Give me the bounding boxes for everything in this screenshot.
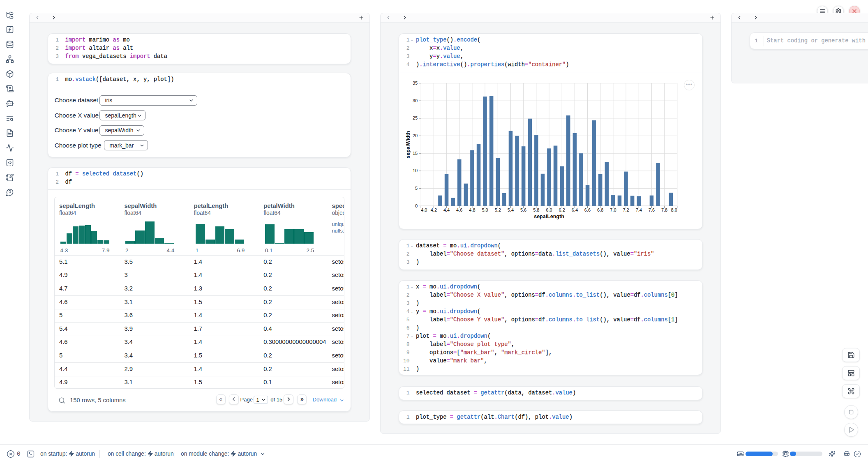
- svg-text:15: 15: [412, 151, 417, 156]
- svg-text:4.0: 4.0: [421, 207, 427, 212]
- svg-text:4.6: 4.6: [456, 207, 462, 212]
- svg-text:8.0: 8.0: [671, 207, 677, 212]
- svg-text:5.4: 5.4: [507, 207, 513, 212]
- svg-text:7.8: 7.8: [661, 207, 667, 212]
- svg-text:7.0: 7.0: [610, 207, 616, 212]
- svg-text:6.8: 6.8: [597, 207, 603, 212]
- svg-text:sepalLength: sepalLength: [534, 214, 564, 219]
- svg-text:5.8: 5.8: [533, 207, 539, 212]
- svg-text:0: 0: [415, 203, 418, 208]
- svg-text:30: 30: [412, 98, 417, 103]
- svg-text:10: 10: [412, 168, 417, 173]
- svg-text:20: 20: [412, 133, 417, 138]
- svg-text:sepalWidth: sepalWidth: [405, 131, 411, 159]
- svg-text:35: 35: [412, 81, 417, 85]
- svg-text:5.2: 5.2: [494, 207, 501, 212]
- svg-text:5: 5: [415, 186, 418, 191]
- svg-text:7.6: 7.6: [648, 207, 654, 212]
- svg-text:5.6: 5.6: [520, 207, 526, 212]
- svg-text:4.2: 4.2: [430, 207, 436, 212]
- svg-text:25: 25: [412, 115, 417, 120]
- svg-text:6.6: 6.6: [584, 207, 590, 212]
- svg-text:4.8: 4.8: [469, 207, 475, 212]
- svg-text:5.0: 5.0: [482, 207, 488, 212]
- svg-text:7.2: 7.2: [623, 207, 629, 212]
- svg-text:4.4: 4.4: [443, 207, 449, 212]
- svg-text:7.4: 7.4: [635, 207, 642, 212]
- svg-text:6.2: 6.2: [559, 207, 565, 212]
- svg-text:6.4: 6.4: [571, 207, 577, 212]
- svg-text:6.0: 6.0: [546, 207, 552, 212]
